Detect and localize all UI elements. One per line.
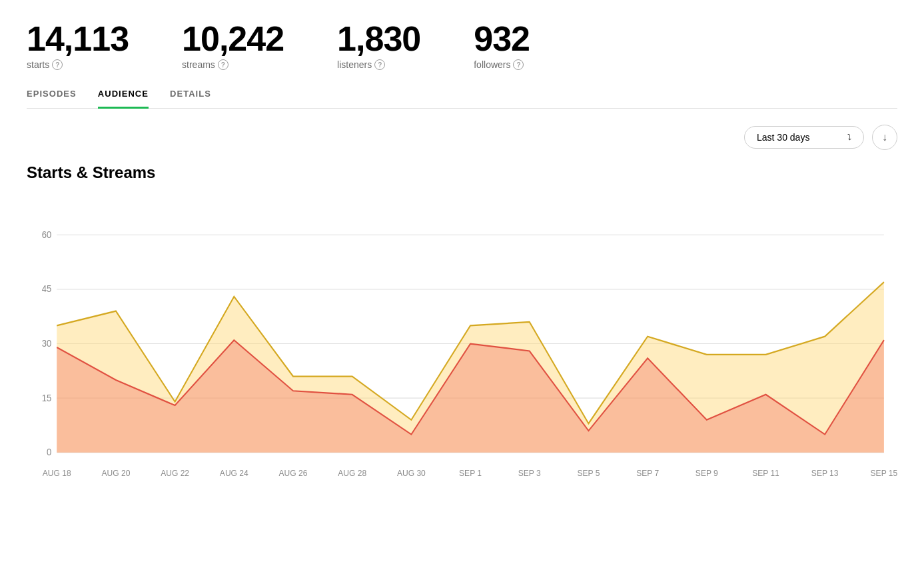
svg-text:SEP 1: SEP 1 (459, 468, 482, 478)
svg-text:SEP 13: SEP 13 (811, 468, 839, 478)
tab-audience[interactable]: AUDIENCE (98, 89, 149, 109)
svg-text:SEP 7: SEP 7 (636, 468, 659, 478)
svg-text:15: 15 (42, 393, 52, 403)
svg-text:AUG 24: AUG 24 (220, 468, 248, 478)
svg-text:AUG 28: AUG 28 (338, 468, 366, 478)
stat-value-followers: 932 (474, 20, 530, 58)
svg-text:45: 45 (42, 283, 52, 294)
svg-text:SEP 5: SEP 5 (577, 468, 600, 478)
starts-info-icon[interactable]: ? (52, 59, 63, 70)
tabs: EPISODESAUDIENCEDETAILS (27, 89, 897, 109)
tab-episodes[interactable]: EPISODES (27, 89, 77, 109)
svg-text:SEP 3: SEP 3 (518, 468, 541, 478)
stat-streams: 10,242 streams ? (182, 20, 284, 70)
svg-text:AUG 22: AUG 22 (161, 468, 189, 478)
date-range-label: Last 30 days (757, 132, 809, 143)
streams-info-icon[interactable]: ? (218, 59, 229, 70)
download-button[interactable]: ↓ (872, 125, 897, 150)
svg-text:0: 0 (47, 447, 52, 457)
stat-label-followers: followers ? (474, 59, 530, 70)
stat-value-starts: 14,113 (27, 20, 129, 58)
svg-text:AUG 30: AUG 30 (397, 468, 426, 478)
stat-followers: 932 followers ? (474, 20, 530, 70)
toolbar: Last 30 days ⤵ ↓ (27, 125, 897, 150)
chart-title: Starts & Streams (27, 163, 897, 182)
chevron-down-icon: ⤵ (847, 133, 851, 142)
svg-text:30: 30 (42, 338, 52, 349)
chart-container: 015304560AUG 18AUG 20AUG 22AUG 24AUG 26A… (27, 202, 897, 482)
stat-label-listeners: listeners ? (337, 59, 420, 70)
svg-text:SEP 15: SEP 15 (871, 468, 897, 478)
svg-text:SEP 9: SEP 9 (695, 468, 718, 478)
listeners-info-icon[interactable]: ? (374, 59, 385, 70)
svg-text:SEP 11: SEP 11 (752, 468, 779, 478)
stat-starts: 14,113 starts ? (27, 20, 129, 70)
stat-label-streams: streams ? (182, 59, 284, 70)
svg-text:60: 60 (42, 229, 52, 240)
svg-text:AUG 20: AUG 20 (102, 468, 131, 478)
stat-value-streams: 10,242 (182, 20, 284, 58)
stat-label-starts: starts ? (27, 59, 129, 70)
stat-listeners: 1,830 listeners ? (337, 20, 420, 70)
svg-text:AUG 18: AUG 18 (43, 468, 71, 478)
stat-value-listeners: 1,830 (337, 20, 420, 58)
download-icon: ↓ (882, 131, 887, 143)
date-range-select[interactable]: Last 30 days ⤵ (744, 126, 864, 149)
chart-svg: 015304560AUG 18AUG 20AUG 22AUG 24AUG 26A… (27, 202, 897, 482)
stats-row: 14,113 starts ? 10,242 streams ? 1,830 l… (27, 20, 897, 70)
svg-text:AUG 26: AUG 26 (279, 468, 308, 478)
tab-details[interactable]: DETAILS (170, 89, 211, 109)
followers-info-icon[interactable]: ? (513, 59, 524, 70)
